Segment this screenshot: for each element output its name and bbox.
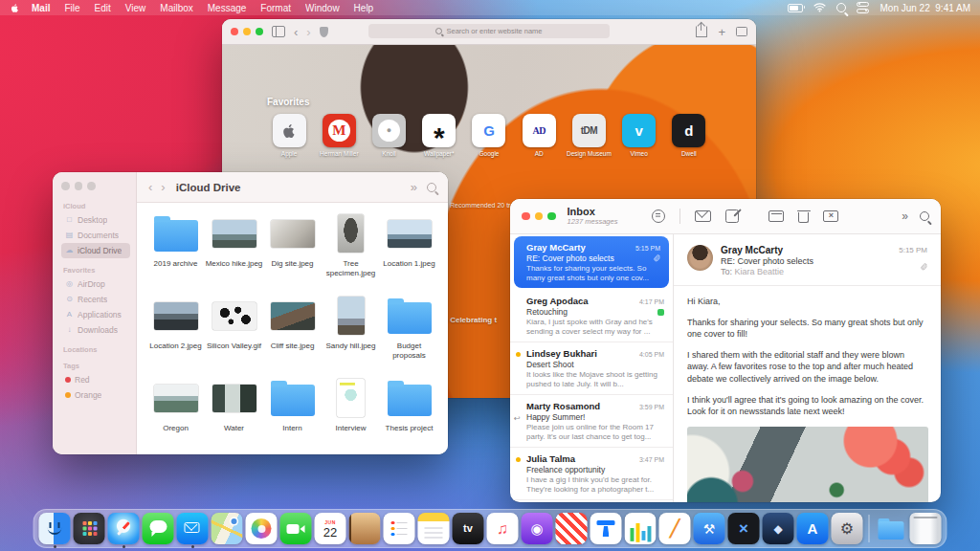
dock-app-launchpad[interactable] [74,513,105,544]
dock-app-contacts[interactable] [349,513,381,544]
dock-app-messages[interactable] [143,513,174,544]
dock-app-safari[interactable] [108,513,140,544]
dock-app-keynote[interactable] [590,513,622,544]
menu-file[interactable]: File [64,3,79,13]
dock-app-app-store[interactable]: A [797,513,829,544]
forward-icon[interactable] [161,180,165,194]
dock-app-news[interactable] [556,513,588,544]
menu-mailbox[interactable]: Mailbox [160,3,192,13]
dock-app-mail[interactable] [177,513,209,544]
dock-app-maps[interactable] [212,513,243,544]
favorite-ad[interactable]: ADAD [515,114,563,157]
search-icon[interactable] [920,211,929,221]
junk-icon[interactable] [823,210,838,222]
dock-app-pro-app-dark[interactable]: × [728,513,760,544]
forward-icon[interactable] [306,26,310,38]
mail-window-controls[interactable] [522,212,556,221]
favorite-knoll[interactable]: ●Knoll [365,114,412,157]
favorite-google[interactable]: GGoogle [465,114,513,157]
sidebar-item-icloud-drive[interactable]: ☁iCloud Drive [61,243,130,258]
spotlight-search-icon[interactable] [836,3,846,12]
dock-app-trash[interactable] [910,513,942,544]
sidebar-item-applications[interactable]: AApplications [61,307,130,322]
favorite-dwell[interactable]: dDwell [665,114,713,157]
privacy-shield-icon[interactable] [320,27,328,37]
file-water[interactable]: Water [205,375,263,454]
menu-message[interactable]: Message [208,3,247,13]
safari-window-controls[interactable] [231,28,263,35]
dock-app-downloads[interactable] [876,513,907,544]
file-interview[interactable]: Interview [322,375,380,454]
new-tab-icon[interactable] [718,23,725,40]
file-budget-proposals[interactable]: Budget proposals [380,293,438,375]
recipient-name[interactable]: Kiara Beattie [735,267,785,276]
trash-icon[interactable] [798,212,809,223]
compose-icon[interactable] [725,209,739,223]
dock-app-facetime[interactable] [280,513,312,544]
message-row-lindsey-bukhari[interactable]: Lindsey Bukhari4:05 PMDesert ShootIt loo… [510,342,673,395]
file-intern[interactable]: Intern [263,375,322,454]
control-center-icon[interactable] [857,2,869,14]
file-location-2-jpeg[interactable]: Location 2.jpeg [146,293,205,375]
file-2019-archive[interactable]: 2019 archive [146,210,205,293]
dock-app-settings[interactable]: ⚙ [832,513,863,544]
favorite-design-museum[interactable]: tDMDesign Museum [565,114,612,157]
menu-mail[interactable]: Mail [32,3,50,13]
search-icon[interactable] [427,183,436,192]
favorite-herman-miller[interactable]: MHerman Miller [315,114,363,157]
battery-icon[interactable] [788,4,803,12]
address-bar[interactable]: Search or enter website name [368,24,610,38]
back-icon[interactable] [148,180,152,194]
attached-image[interactable] [687,427,928,502]
sidebar-toggle-icon[interactable] [272,26,285,37]
sidebar-item-recents[interactable]: ⊙Recents [61,292,130,307]
menu-edit[interactable]: Edit [95,3,111,13]
sidebar-item-orange[interactable]: Orange [61,387,130,403]
dock-app-photos[interactable] [246,513,278,544]
back-icon[interactable] [294,26,298,38]
menu-clock[interactable]: Mon Jun 22 9:41 AM [880,3,970,13]
archive-icon[interactable] [768,210,784,222]
sidebar-item-red[interactable]: Red [61,372,130,387]
dock-app-notes[interactable] [418,513,450,544]
dock-app-calendar[interactable]: JUN22 [315,513,346,544]
menu-format[interactable]: Format [260,3,291,13]
sidebar-item-airdrop[interactable]: ◎AirDrop [61,276,130,292]
dock-app-tv[interactable]: tv [453,513,484,544]
file-location-1-jpeg[interactable]: Location 1.jpeg [380,210,438,293]
message-row-marty-rosamond[interactable]: Marty Rosamond3:59 PMHappy Summer!Please… [510,395,673,448]
message-row-julia-talma[interactable]: Julia Talma3:47 PMFreelance opportunityI… [510,448,673,500]
file-dig-site-jpeg[interactable]: Dig site.jpeg [263,210,322,293]
file-cliff-site-jpeg[interactable]: Cliff site.jpeg [263,293,322,375]
menu-window[interactable]: Window [305,3,340,13]
dock-app-finder[interactable] [39,513,71,544]
sidebar-item-desktop[interactable]: □Desktop [61,212,130,228]
menu-view[interactable]: View [125,3,146,13]
filter-icon[interactable] [652,209,665,223]
sidebar-item-documents[interactable]: ▤Documents [61,228,130,243]
message-row-greg-apodaca[interactable]: Greg Apodaca4:17 PMRetouchingKiara, I ju… [510,290,673,342]
sidebar-item-downloads[interactable]: ↓Downloads [61,322,130,338]
wifi-icon[interactable] [813,2,826,14]
menu-help[interactable]: Help [354,3,374,13]
more-toolbar-items-icon[interactable] [411,180,417,194]
dock-app-pro-app-blue[interactable]: ◆ [763,513,794,544]
file-thesis-project[interactable]: Thesis project [380,375,438,454]
tabs-overview-icon[interactable] [736,27,747,36]
dock-app-podcasts[interactable]: ◉ [522,513,553,544]
file-oregon[interactable]: Oregon [146,375,205,454]
dock-app-pages[interactable]: ╱ [659,513,691,544]
get-mail-icon[interactable] [695,210,711,223]
favorite-wallpaper[interactable]: *Wallpaper* [415,114,463,157]
message-row-gray-mccarty[interactable]: Gray McCarty5:15 PMRE: Cover photo selec… [514,236,669,288]
file-sandy-hill-jpeg[interactable]: Sandy hill.jpeg [322,293,380,375]
dock-app-xcode[interactable]: ⚒ [694,513,725,544]
apple-menu-icon[interactable] [10,3,20,13]
dock-app-music[interactable]: ♫ [487,513,519,544]
dock-app-numbers[interactable] [625,513,657,544]
share-icon[interactable] [696,26,707,37]
finder-window-controls[interactable] [61,182,136,190]
favorite-apple[interactable]: Apple [265,114,313,157]
more-toolbar-items-icon[interactable] [902,209,908,223]
favorite-vimeo[interactable]: vVimeo [615,114,663,157]
